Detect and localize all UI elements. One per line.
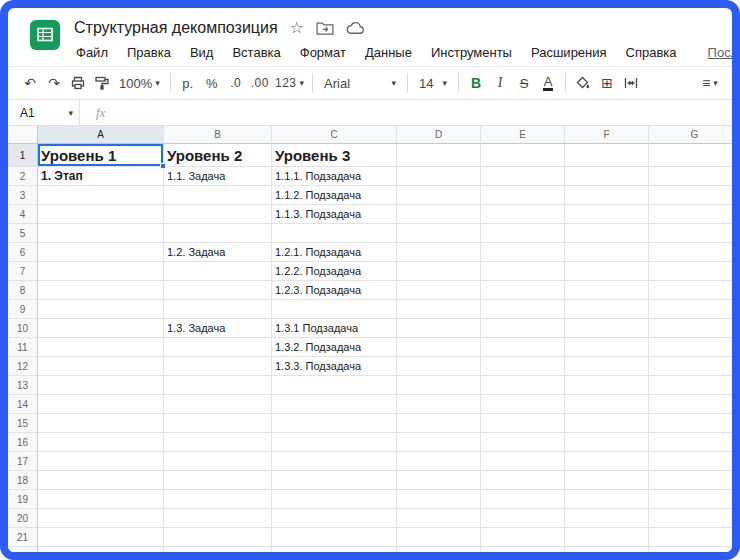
cell-B16[interactable] (164, 433, 272, 452)
cell-G10[interactable] (649, 319, 732, 338)
undo-button[interactable]: ↶ (18, 71, 42, 95)
cell-C8[interactable]: 1.2.3. Подзадача (272, 281, 397, 300)
cell-E13[interactable] (481, 376, 565, 395)
font-size-select[interactable]: 14 ▾ (413, 71, 453, 95)
cell-E6[interactable] (481, 243, 565, 262)
cell-B8[interactable] (164, 281, 272, 300)
increase-decimal-button[interactable]: .00 (248, 71, 272, 95)
cell-G14[interactable] (649, 395, 732, 414)
font-select[interactable]: Arial ▾ (318, 71, 402, 95)
cell-F14[interactable] (565, 395, 649, 414)
cell-D5[interactable] (397, 224, 481, 243)
cell-F20[interactable] (565, 509, 649, 528)
row-header-13[interactable]: 13 (8, 376, 38, 395)
cell-F19[interactable] (565, 490, 649, 509)
cell-F7[interactable] (565, 262, 649, 281)
row-header-1[interactable]: 1 (8, 144, 38, 167)
cell-F11[interactable] (565, 338, 649, 357)
cell-E22[interactable] (481, 547, 565, 552)
menu-edit[interactable]: Правка (125, 43, 173, 62)
fill-handle[interactable] (160, 163, 166, 169)
cell-D7[interactable] (397, 262, 481, 281)
cell-B20[interactable] (164, 509, 272, 528)
cell-F16[interactable] (565, 433, 649, 452)
row-header-20[interactable]: 20 (8, 509, 38, 528)
cell-B19[interactable] (164, 490, 272, 509)
paint-format-button[interactable] (90, 71, 114, 95)
cell-D16[interactable] (397, 433, 481, 452)
horizontal-align-button[interactable]: ≡ ▾ (698, 71, 722, 95)
cell-C20[interactable] (272, 509, 397, 528)
percent-format-button[interactable]: % (200, 71, 224, 95)
name-box[interactable]: A1 ▾ (8, 100, 80, 125)
cell-F22[interactable] (565, 547, 649, 552)
cell-A13[interactable] (38, 376, 164, 395)
cell-D13[interactable] (397, 376, 481, 395)
print-button[interactable] (66, 71, 90, 95)
cell-E16[interactable] (481, 433, 565, 452)
cell-A20[interactable] (38, 509, 164, 528)
cell-E14[interactable] (481, 395, 565, 414)
cell-B4[interactable] (164, 205, 272, 224)
row-header-15[interactable]: 15 (8, 414, 38, 433)
cell-A11[interactable] (38, 338, 164, 357)
cell-B6[interactable]: 1.2. Задача (164, 243, 272, 262)
cell-D19[interactable] (397, 490, 481, 509)
cell-C3[interactable]: 1.1.2. Подзадача (272, 186, 397, 205)
cell-D1[interactable] (397, 144, 481, 167)
cell-E3[interactable] (481, 186, 565, 205)
cell-C9[interactable] (272, 300, 397, 319)
cell-F9[interactable] (565, 300, 649, 319)
cell-G12[interactable] (649, 357, 732, 376)
row-header-5[interactable]: 5 (8, 224, 38, 243)
number-format-button[interactable]: 123 ▾ (272, 71, 307, 95)
cell-B7[interactable] (164, 262, 272, 281)
cell-D6[interactable] (397, 243, 481, 262)
cell-A15[interactable] (38, 414, 164, 433)
borders-button[interactable]: ⊞ (595, 71, 619, 95)
menu-insert[interactable]: Вставка (230, 43, 282, 62)
cell-B14[interactable] (164, 395, 272, 414)
cell-C2[interactable]: 1.1.1. Подзадача (272, 167, 397, 186)
cell-G5[interactable] (649, 224, 732, 243)
menu-extensions[interactable]: Расширения (529, 43, 609, 62)
cell-C18[interactable] (272, 471, 397, 490)
cell-D14[interactable] (397, 395, 481, 414)
cell-G22[interactable] (649, 547, 732, 552)
cell-G15[interactable] (649, 414, 732, 433)
row-header-10[interactable]: 10 (8, 319, 38, 338)
cell-A7[interactable] (38, 262, 164, 281)
cell-G17[interactable] (649, 452, 732, 471)
cell-B13[interactable] (164, 376, 272, 395)
cell-B12[interactable] (164, 357, 272, 376)
cell-C6[interactable]: 1.2.1. Подзадача (272, 243, 397, 262)
cell-G16[interactable] (649, 433, 732, 452)
cell-F8[interactable] (565, 281, 649, 300)
cell-E20[interactable] (481, 509, 565, 528)
cell-D10[interactable] (397, 319, 481, 338)
cell-B5[interactable] (164, 224, 272, 243)
document-title[interactable]: Структурная декомпозиция (74, 19, 278, 37)
row-header-18[interactable]: 18 (8, 471, 38, 490)
column-header-D[interactable]: D (397, 126, 481, 144)
cell-E7[interactable] (481, 262, 565, 281)
cell-D4[interactable] (397, 205, 481, 224)
cell-E4[interactable] (481, 205, 565, 224)
cell-G19[interactable] (649, 490, 732, 509)
cell-B11[interactable] (164, 338, 272, 357)
cell-D9[interactable] (397, 300, 481, 319)
cell-G4[interactable] (649, 205, 732, 224)
cell-G20[interactable] (649, 509, 732, 528)
cell-E1[interactable] (481, 144, 565, 167)
cell-E11[interactable] (481, 338, 565, 357)
cell-E21[interactable] (481, 528, 565, 547)
cell-B22[interactable] (164, 547, 272, 552)
cell-G6[interactable] (649, 243, 732, 262)
cell-D17[interactable] (397, 452, 481, 471)
sheets-logo-icon[interactable] (30, 20, 60, 50)
merge-cells-button[interactable] (619, 71, 643, 95)
column-header-C[interactable]: C (272, 126, 397, 144)
column-header-B[interactable]: B (164, 126, 272, 144)
cell-F2[interactable] (565, 167, 649, 186)
redo-button[interactable]: ↷ (42, 71, 66, 95)
